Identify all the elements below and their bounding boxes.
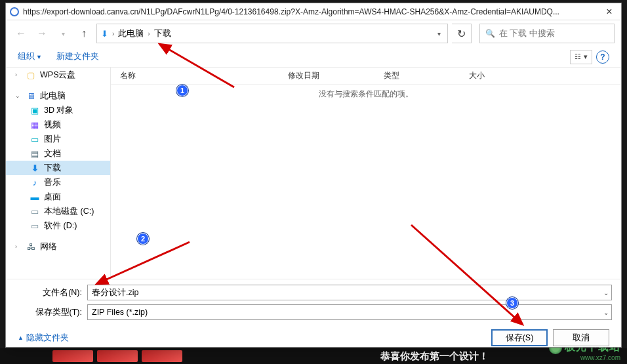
save-button[interactable]: 保存(S) [491, 329, 548, 346]
tree-wps[interactable]: ›▢WPS云盘 [6, 68, 110, 82]
triangle-icon: ▲ [18, 334, 24, 341]
empty-message: 没有与搜索条件匹配的项。 [111, 89, 621, 100]
tree-music[interactable]: ♪音乐 [6, 175, 110, 190]
download-icon: ⬇ [101, 29, 108, 39]
disk-icon: ▭ [30, 220, 40, 231]
tree-video[interactable]: ▦视频 [6, 117, 110, 132]
dropdown-icon[interactable]: ⌄ [603, 309, 609, 316]
tree-disk-c[interactable]: ▭本地磁盘 (C:) [6, 204, 110, 218]
col-size[interactable]: 大小 [460, 70, 621, 81]
refresh-button[interactable]: ↻ [452, 24, 472, 43]
music-icon: ♪ [30, 177, 40, 188]
col-name[interactable]: 名称 [111, 70, 279, 81]
organize-menu[interactable]: 组织▼ [18, 51, 42, 62]
view-mode-button[interactable]: ☷ ▾ [570, 50, 592, 64]
new-folder-button[interactable]: 新建文件夹 [56, 51, 99, 62]
search-input[interactable] [499, 29, 609, 38]
breadcrumb-bar[interactable]: ⬇ › 此电脑 › 下载 ▾ [96, 24, 448, 43]
folder-tree[interactable]: ›▢WPS云盘 ⌄🖥此电脑 ▣3D 对象 ▦视频 ▭图片 ▤文档 ⬇下载 ♪音乐… [6, 68, 111, 279]
picture-icon: ▭ [30, 134, 40, 144]
cancel-button[interactable]: 取消 [553, 329, 609, 346]
filename-field[interactable]: ⌄ [87, 285, 612, 300]
tree-desktop[interactable]: ▬桌面 [6, 190, 110, 204]
filetype-value: ZIP Files (*.zip) [92, 308, 148, 317]
column-headers[interactable]: 名称 修改日期 类型 大小 [111, 68, 621, 85]
tree-documents[interactable]: ▤文档 [6, 146, 110, 161]
filename-label: 文件名(N): [15, 287, 87, 298]
save-dialog: https://export-download.canva.cn/N1LPg/D… [5, 3, 622, 348]
dialog-title-url: https://export-download.canva.cn/N1LPg/D… [23, 7, 601, 16]
search-icon: 🔍 [485, 29, 495, 38]
bottom-panel: 文件名(N): ⌄ 保存类型(T): ZIP Files (*.zip) ⌄ ▲… [6, 279, 621, 355]
forward-button: → [33, 24, 51, 43]
col-date[interactable]: 修改日期 [279, 70, 374, 81]
toolbar: 组织▼ 新建文件夹 ☷ ▾ ? [6, 47, 621, 68]
tree-pictures[interactable]: ▭图片 [6, 132, 110, 146]
breadcrumb-seg[interactable]: 此电脑 [118, 28, 144, 39]
chevron-right-icon: › [111, 30, 115, 37]
nav-row: ← → ▾ ↑ ⬇ › 此电脑 › 下载 ▾ ↻ 🔍 [6, 20, 621, 47]
close-button[interactable]: × [601, 6, 617, 18]
up-button[interactable]: ↑ [75, 24, 92, 43]
history-dropdown[interactable]: ▾ [54, 24, 71, 43]
search-box[interactable]: 🔍 [479, 24, 615, 43]
folder-icon: ▢ [26, 70, 36, 80]
disk-icon: ▭ [30, 206, 40, 216]
filename-input[interactable] [92, 288, 607, 297]
tree-3d[interactable]: ▣3D 对象 [6, 103, 110, 117]
video-icon: ▦ [30, 119, 40, 130]
tree-network[interactable]: ›🖧网络 [6, 239, 110, 254]
file-list-area[interactable]: 名称 修改日期 类型 大小 没有与搜索条件匹配的项。 [111, 68, 621, 279]
col-type[interactable]: 类型 [374, 70, 460, 81]
hide-folders-link[interactable]: ▲隐藏文件夹 [18, 333, 69, 344]
tree-downloads[interactable]: ⬇下载 [6, 161, 110, 175]
back-button[interactable]: ← [12, 24, 30, 43]
browser-favicon [10, 7, 19, 16]
dropdown-icon[interactable]: ⌄ [603, 289, 609, 296]
breadcrumb-seg[interactable]: 下载 [154, 28, 171, 39]
help-button[interactable]: ? [596, 51, 609, 64]
tree-this-pc[interactable]: ⌄🖥此电脑 [6, 89, 110, 103]
network-icon: 🖧 [26, 241, 36, 252]
desktop-icon: ▬ [30, 192, 40, 202]
chevron-right-icon: › [146, 30, 151, 37]
breadcrumb-dropdown-icon[interactable]: ▾ [435, 30, 443, 37]
titlebar: https://export-download.canva.cn/N1LPg/D… [6, 3, 621, 20]
pc-icon: 🖥 [26, 91, 36, 101]
cube-icon: ▣ [30, 105, 40, 115]
filetype-label: 保存类型(T): [15, 307, 87, 318]
tree-disk-d[interactable]: ▭软件 (D:) [6, 218, 110, 233]
download-icon: ⬇ [30, 163, 40, 173]
filetype-field[interactable]: ZIP Files (*.zip) ⌄ [87, 304, 612, 320]
document-icon: ▤ [30, 148, 40, 159]
